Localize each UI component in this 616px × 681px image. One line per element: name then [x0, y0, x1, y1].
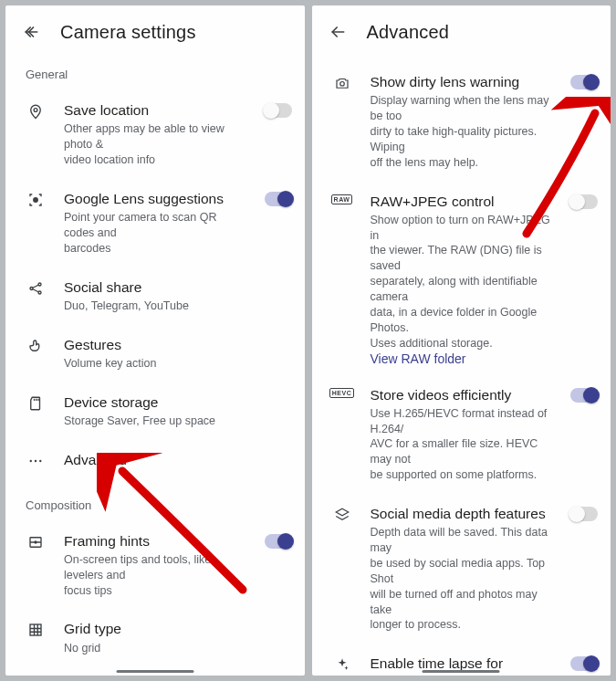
title: Gestures	[64, 336, 292, 354]
raw-icon: RAW	[332, 193, 352, 204]
title: Social media depth features	[371, 505, 553, 523]
toggle-raw[interactable]	[570, 194, 598, 209]
row-gestures[interactable]: Gestures Volume key action	[5, 325, 305, 382]
desc: Duo, Telegram, YouTube	[64, 299, 274, 314]
svg-point-4	[30, 287, 33, 289]
svg-line-7	[33, 285, 38, 288]
settings-list: General Save location Other apps may be …	[5, 58, 305, 676]
title: Store videos efficiently	[371, 386, 553, 404]
grid-icon	[26, 620, 46, 638]
row-depth[interactable]: Social media depth features Depth data w…	[312, 494, 611, 644]
toggle-depth[interactable]	[570, 507, 598, 521]
gesture-icon	[26, 336, 46, 354]
sparkle-icon	[332, 655, 352, 673]
share-icon	[26, 278, 46, 297]
svg-line-8	[33, 288, 38, 291]
location-icon	[26, 101, 46, 120]
appbar: Advanced	[312, 5, 611, 58]
svg-point-5	[38, 283, 41, 286]
section-composition: Composition	[5, 480, 305, 521]
toggle-framing[interactable]	[265, 534, 292, 549]
row-raw-jpeg[interactable]: RAW RAW+JPEG control Show option to turn…	[312, 182, 611, 355]
title: RAW+JPEG control	[371, 193, 553, 211]
row-lens-suggestions[interactable]: Google Lens suggestions Point your camer…	[5, 179, 305, 267]
page-title: Camera settings	[60, 22, 196, 43]
svg-point-12	[30, 459, 32, 461]
desc: On-screen tips and tools, like levelers …	[64, 552, 246, 599]
hevc-icon: HEVC	[332, 386, 352, 398]
toggle-save-location[interactable]	[265, 103, 292, 118]
title: Advanced	[64, 451, 292, 469]
toggle-lens[interactable]	[265, 192, 292, 206]
desc: Other apps may be able to view photo &vi…	[64, 121, 246, 168]
section-general: General	[5, 62, 305, 90]
desc: Depth data will be saved. This data mayb…	[371, 525, 553, 633]
title: Show dirty lens warning	[371, 73, 553, 91]
framing-icon	[26, 532, 46, 550]
row-grid-type[interactable]: Grid type No grid	[5, 609, 305, 666]
settings-list: Show dirty lens warning Display warning …	[312, 58, 611, 676]
right-screen: Advanced Show dirty lens warning Display…	[312, 5, 611, 676]
svg-point-13	[35, 459, 37, 461]
toggle-astro[interactable]	[570, 656, 598, 671]
svg-point-2	[34, 109, 37, 112]
link-view-raw-folder[interactable]: View RAW folder	[312, 351, 611, 366]
sdcard-icon	[26, 393, 46, 412]
row-advanced[interactable]: Advanced	[5, 440, 305, 480]
desc: Volume key action	[64, 356, 274, 372]
toggle-hevc[interactable]	[570, 388, 598, 403]
gesture-bar[interactable]	[423, 670, 500, 673]
svg-point-6	[38, 291, 41, 294]
desc: No grid	[64, 641, 274, 656]
title: Framing hints	[64, 532, 246, 550]
left-screen: Camera settings General Save location Ot…	[5, 5, 305, 676]
svg-point-24	[339, 82, 344, 87]
layers-icon	[332, 505, 352, 523]
title: Device storage	[64, 393, 292, 412]
page-title: Advanced	[367, 22, 450, 43]
desc: Display warning when the lens may be too…	[371, 93, 553, 170]
camera-warning-icon	[332, 73, 352, 91]
desc: Point your camera to scan QR codes andba…	[64, 210, 246, 257]
appbar: Camera settings	[5, 5, 305, 58]
row-framing-hints[interactable]: Framing hints On-screen tips and tools, …	[5, 521, 305, 610]
desc: Use H.265/HEVC format instead of H.264/A…	[371, 406, 553, 483]
svg-rect-18	[30, 624, 41, 635]
row-dirty-lens[interactable]: Show dirty lens warning Display warning …	[312, 62, 611, 182]
title: Social share	[64, 278, 292, 297]
desc: Show option to turn on RAW+JPEG inthe vi…	[371, 213, 553, 351]
row-device-storage[interactable]: Device storage Storage Saver, Free up sp…	[5, 382, 305, 440]
row-social-share[interactable]: Social share Duo, Telegram, YouTube	[5, 267, 305, 325]
svg-point-14	[39, 459, 41, 461]
row-store-videos[interactable]: HEVC Store videos efficiently Use H.265/…	[312, 375, 611, 495]
svg-point-3	[34, 198, 38, 203]
svg-point-17	[35, 541, 37, 543]
row-save-location[interactable]: Save location Other apps may be able to …	[5, 90, 305, 179]
back-icon[interactable]	[22, 23, 40, 41]
title: Save location	[64, 101, 246, 120]
more-icon	[26, 451, 46, 469]
desc: Storage Saver, Free up space	[64, 414, 274, 429]
title: Grid type	[64, 620, 292, 638]
lens-icon	[26, 190, 46, 208]
gesture-bar[interactable]	[116, 670, 193, 673]
title: Google Lens suggestions	[64, 190, 246, 208]
toggle-dirty-lens[interactable]	[570, 75, 598, 89]
back-icon[interactable]	[329, 23, 347, 41]
